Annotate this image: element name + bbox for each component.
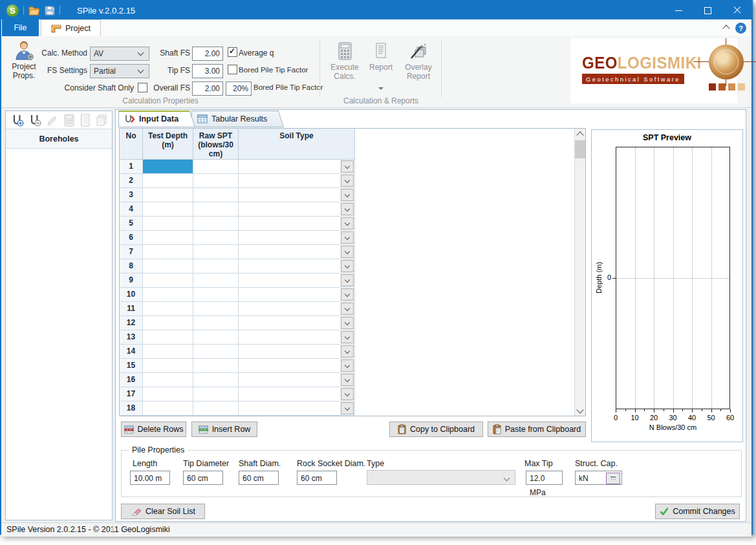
soil-cell[interactable] <box>239 359 355 373</box>
soil-cell[interactable] <box>239 202 355 217</box>
soil-cell[interactable] <box>239 373 355 387</box>
scroll-up-icon[interactable] <box>575 129 585 140</box>
soil-type-dropdown-button[interactable] <box>341 203 354 215</box>
sidebar-export-icon[interactable] <box>95 114 108 127</box>
boreholes-list[interactable] <box>6 149 112 520</box>
commit-changes-button[interactable]: Commit Changes <box>655 504 740 519</box>
soil-type-dropdown-button[interactable] <box>341 317 354 329</box>
help-icon[interactable]: ? <box>735 23 746 34</box>
edit-borehole-icon[interactable] <box>46 114 59 127</box>
soil-type-dropdown-button[interactable] <box>341 175 354 187</box>
length-input[interactable]: 10.00 m <box>130 471 170 485</box>
soil-cell[interactable] <box>239 387 355 401</box>
overall-fs-input[interactable]: 2.00 <box>192 81 223 96</box>
soil-cell[interactable] <box>239 401 355 416</box>
spt-cell[interactable] <box>193 316 239 330</box>
overlay-report-button[interactable]: Overlay Report <box>400 40 437 81</box>
soil-type-dropdown-button[interactable] <box>341 303 354 315</box>
spt-cell[interactable] <box>193 401 239 416</box>
spt-cell[interactable] <box>193 273 239 288</box>
depth-cell[interactable] <box>143 217 193 231</box>
tip-fs-input[interactable]: 3.00 <box>192 64 223 78</box>
sidebar-calc-icon[interactable] <box>63 114 75 127</box>
delete-rows-button[interactable]: Delete Rows <box>121 422 186 437</box>
spt-cell[interactable] <box>193 330 239 345</box>
depth-cell[interactable] <box>143 401 193 416</box>
insert-row-button[interactable]: Insert Row <box>191 422 257 437</box>
soil-cell[interactable] <box>239 345 355 359</box>
spt-cell[interactable] <box>193 160 239 174</box>
depth-cell[interactable] <box>143 273 193 288</box>
paste-from-clipboard-button[interactable]: Paste from Clipboard <box>488 422 586 437</box>
add-borehole-icon[interactable] <box>11 114 24 127</box>
soil-type-dropdown-button[interactable] <box>341 345 354 358</box>
soil-cell[interactable] <box>239 273 355 288</box>
spt-cell[interactable] <box>193 288 239 302</box>
save-icon[interactable] <box>45 6 55 16</box>
depth-cell[interactable] <box>143 160 193 174</box>
depth-cell[interactable] <box>143 259 193 273</box>
soil-cell[interactable] <box>239 174 355 188</box>
soil-cell[interactable] <box>239 302 355 316</box>
spt-cell[interactable] <box>193 217 239 231</box>
spt-input-grid[interactable]: NoTest Depth (m)Raw SPT (blows/30 cm)Soi… <box>119 128 586 416</box>
depth-cell[interactable] <box>143 245 193 259</box>
project-ribbon-tab[interactable]: Project <box>41 19 101 36</box>
tab-input-data[interactable]: Input Data <box>118 111 195 127</box>
spt-cell[interactable] <box>193 174 239 188</box>
soil-type-dropdown-button[interactable] <box>341 274 354 286</box>
spt-cell[interactable] <box>193 345 239 359</box>
soil-type-dropdown-button[interactable] <box>341 288 354 301</box>
depth-cell[interactable] <box>143 387 193 401</box>
soil-type-dropdown-button[interactable] <box>341 260 354 272</box>
spt-cell[interactable] <box>193 202 239 217</box>
soil-type-dropdown-button[interactable] <box>341 388 354 400</box>
tip-diameter-input[interactable]: 60 cm <box>183 471 223 485</box>
collapse-ribbon-icon[interactable] <box>724 24 729 33</box>
depth-cell[interactable] <box>143 359 193 373</box>
soil-type-dropdown-button[interactable] <box>341 246 354 258</box>
soil-type-dropdown-button[interactable] <box>341 160 354 173</box>
soil-cell[interactable] <box>239 288 355 302</box>
depth-cell[interactable] <box>143 302 193 316</box>
depth-cell[interactable] <box>143 345 193 359</box>
bored-pile-tip-factor-checkbox[interactable] <box>228 65 237 74</box>
soil-cell[interactable] <box>239 245 355 259</box>
depth-cell[interactable] <box>143 330 193 345</box>
spt-cell[interactable] <box>193 231 239 245</box>
depth-cell[interactable] <box>143 202 193 217</box>
sidebar-notes-icon[interactable] <box>80 114 91 127</box>
shaft-fs-input[interactable]: 2.00 <box>192 47 223 61</box>
depth-cell[interactable] <box>143 174 193 188</box>
max-tip-input[interactable]: 12.0 MPa <box>526 471 563 485</box>
shaft-diameter-input[interactable]: 60 cm <box>239 471 279 485</box>
clear-soil-list-button[interactable]: Clear Soil List <box>121 504 205 519</box>
bored-pile-tip-factor-percent-input[interactable]: 20% <box>226 81 252 96</box>
soil-cell[interactable] <box>239 330 355 345</box>
depth-cell[interactable] <box>143 188 193 202</box>
soil-cell[interactable] <box>239 259 355 273</box>
soil-type-dropdown-button[interactable] <box>341 231 354 244</box>
report-dropdown-arrow-icon[interactable] <box>378 87 383 92</box>
spt-cell[interactable] <box>193 188 239 202</box>
open-file-icon[interactable] <box>28 6 40 16</box>
spt-cell[interactable] <box>193 259 239 273</box>
scroll-down-icon[interactable] <box>575 405 585 416</box>
soil-type-dropdown-button[interactable] <box>341 331 354 343</box>
spt-cell[interactable] <box>193 302 239 316</box>
struct-cap-unit-button[interactable] <box>606 473 620 484</box>
depth-cell[interactable] <box>143 316 193 330</box>
scrollbar-thumb[interactable] <box>575 140 585 158</box>
spt-cell[interactable] <box>193 245 239 259</box>
rock-socket-diameter-input[interactable]: 60 cm <box>297 471 337 485</box>
report-button[interactable]: Report <box>364 40 398 72</box>
spt-cell[interactable] <box>193 373 239 387</box>
grid-vertical-scrollbar[interactable] <box>574 129 585 416</box>
soil-type-dropdown-button[interactable] <box>341 374 354 386</box>
remove-borehole-icon[interactable] <box>28 114 41 127</box>
struct-cap-input[interactable]: kN <box>575 471 622 485</box>
minimize-button[interactable] <box>664 1 693 19</box>
maximize-button[interactable] <box>693 1 722 19</box>
execute-calcs-button[interactable]: Execute Calcs. <box>327 40 363 81</box>
depth-cell[interactable] <box>143 288 193 302</box>
